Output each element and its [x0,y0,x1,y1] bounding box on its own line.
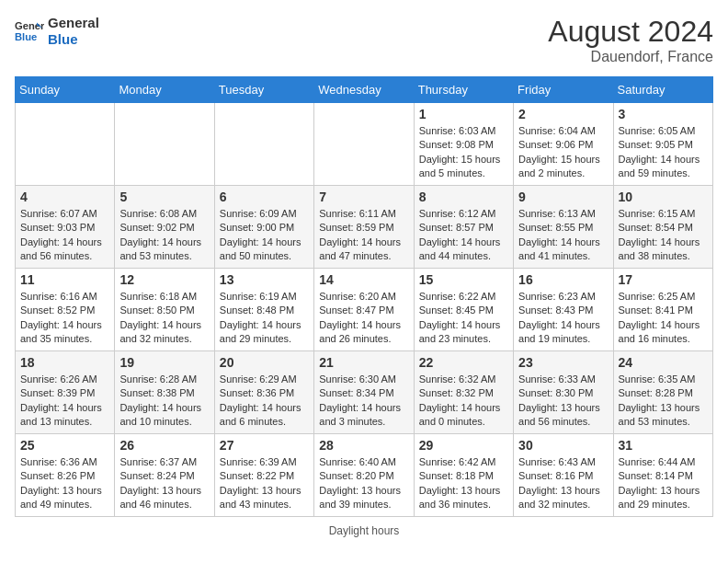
day-number: 30 [518,438,608,453]
day-number: 12 [119,272,209,287]
day-cell: 10Sunrise: 6:15 AM Sunset: 8:54 PM Dayli… [613,186,712,269]
day-info: Sunrise: 6:37 AM Sunset: 8:24 PM Dayligh… [119,455,209,512]
day-cell: 22Sunrise: 6:32 AM Sunset: 8:32 PM Dayli… [414,351,513,434]
day-number: 31 [619,438,708,453]
day-cell: 1Sunrise: 6:03 AM Sunset: 9:08 PM Daylig… [414,103,513,186]
day-cell: 3Sunrise: 6:05 AM Sunset: 9:05 PM Daylig… [613,103,712,186]
svg-text:Blue: Blue [15,31,37,42]
logo-blue: Blue [48,31,99,48]
day-info: Sunrise: 6:12 AM Sunset: 8:57 PM Dayligh… [419,207,508,264]
day-cell: 17Sunrise: 6:25 AM Sunset: 8:41 PM Dayli… [613,269,712,351]
day-cell: 27Sunrise: 6:39 AM Sunset: 8:22 PM Dayli… [214,434,313,517]
day-number: 1 [419,107,508,121]
day-number: 5 [119,190,209,204]
day-info: Sunrise: 6:09 AM Sunset: 9:00 PM Dayligh… [220,207,309,264]
logo-general: General [48,15,99,31]
day-info: Sunrise: 6:32 AM Sunset: 8:32 PM Dayligh… [419,373,508,430]
day-info: Sunrise: 6:22 AM Sunset: 8:45 PM Dayligh… [419,290,508,347]
day-header-tuesday: Tuesday [214,77,313,103]
day-number: 15 [419,272,508,287]
day-header-monday: Monday [115,77,214,103]
day-cell [16,103,115,186]
day-cell: 7Sunrise: 6:11 AM Sunset: 8:59 PM Daylig… [314,186,414,269]
day-cell: 9Sunrise: 6:13 AM Sunset: 8:55 PM Daylig… [514,186,613,269]
day-info: Sunrise: 6:11 AM Sunset: 8:59 PM Dayligh… [319,207,408,264]
day-cell: 29Sunrise: 6:42 AM Sunset: 8:18 PM Dayli… [414,434,513,517]
location: Dauendorf, France [548,49,713,65]
day-number: 21 [319,355,408,370]
day-cell [314,103,414,186]
week-row-4: 18Sunrise: 6:26 AM Sunset: 8:39 PM Dayli… [16,351,713,434]
logo: General Blue General Blue [15,15,99,48]
day-number: 8 [419,190,508,204]
day-cell: 19Sunrise: 6:28 AM Sunset: 8:38 PM Dayli… [115,351,214,434]
day-cell: 20Sunrise: 6:29 AM Sunset: 8:36 PM Dayli… [214,351,313,434]
title-area: August 2024 Dauendorf, France [548,15,713,65]
month-year: August 2024 [548,15,713,49]
day-number: 11 [20,272,109,287]
day-cell: 15Sunrise: 6:22 AM Sunset: 8:45 PM Dayli… [414,269,513,351]
day-cell: 24Sunrise: 6:35 AM Sunset: 8:28 PM Dayli… [613,351,712,434]
day-cell [115,103,214,186]
day-number: 4 [20,190,109,204]
day-cell: 6Sunrise: 6:09 AM Sunset: 9:00 PM Daylig… [214,186,313,269]
day-info: Sunrise: 6:44 AM Sunset: 8:14 PM Dayligh… [619,455,708,512]
day-cell: 8Sunrise: 6:12 AM Sunset: 8:57 PM Daylig… [414,186,513,269]
day-cell: 18Sunrise: 6:26 AM Sunset: 8:39 PM Dayli… [16,351,115,434]
day-cell: 25Sunrise: 6:36 AM Sunset: 8:26 PM Dayli… [16,434,115,517]
day-number: 19 [119,355,209,370]
day-number: 13 [220,272,309,287]
week-row-3: 11Sunrise: 6:16 AM Sunset: 8:52 PM Dayli… [16,269,713,351]
day-number: 7 [319,190,408,204]
header: General Blue General Blue August 2024 Da… [15,15,713,65]
day-number: 18 [20,355,109,370]
day-cell: 12Sunrise: 6:18 AM Sunset: 8:50 PM Dayli… [115,269,214,351]
day-cell: 16Sunrise: 6:23 AM Sunset: 8:43 PM Dayli… [514,269,613,351]
day-info: Sunrise: 6:05 AM Sunset: 9:05 PM Dayligh… [619,124,708,181]
day-info: Sunrise: 6:08 AM Sunset: 9:02 PM Dayligh… [119,207,209,264]
day-header-row: SundayMondayTuesdayWednesdayThursdayFrid… [16,77,713,103]
day-cell: 11Sunrise: 6:16 AM Sunset: 8:52 PM Dayli… [16,269,115,351]
day-info: Sunrise: 6:26 AM Sunset: 8:39 PM Dayligh… [20,373,109,430]
day-info: Sunrise: 6:42 AM Sunset: 8:18 PM Dayligh… [419,455,508,512]
day-info: Sunrise: 6:43 AM Sunset: 8:16 PM Dayligh… [518,455,608,512]
day-number: 29 [419,438,508,453]
day-header-saturday: Saturday [613,77,712,103]
day-number: 22 [419,355,508,370]
day-cell: 31Sunrise: 6:44 AM Sunset: 8:14 PM Dayli… [613,434,712,517]
day-number: 2 [518,107,608,121]
day-info: Sunrise: 6:35 AM Sunset: 8:28 PM Dayligh… [619,373,708,430]
day-number: 24 [619,355,708,370]
calendar-table: SundayMondayTuesdayWednesdayThursdayFrid… [15,76,713,517]
week-row-1: 1Sunrise: 6:03 AM Sunset: 9:08 PM Daylig… [16,103,713,186]
day-number: 27 [220,438,309,453]
day-cell: 30Sunrise: 6:43 AM Sunset: 8:16 PM Dayli… [514,434,613,517]
day-number: 10 [619,190,708,204]
day-number: 3 [619,107,708,121]
day-info: Sunrise: 6:36 AM Sunset: 8:26 PM Dayligh… [20,455,109,512]
day-info: Sunrise: 6:25 AM Sunset: 8:41 PM Dayligh… [619,290,708,347]
day-cell: 2Sunrise: 6:04 AM Sunset: 9:06 PM Daylig… [514,103,613,186]
day-cell: 5Sunrise: 6:08 AM Sunset: 9:02 PM Daylig… [115,186,214,269]
day-info: Sunrise: 6:15 AM Sunset: 8:54 PM Dayligh… [619,207,708,264]
day-cell: 23Sunrise: 6:33 AM Sunset: 8:30 PM Dayli… [514,351,613,434]
day-info: Sunrise: 6:16 AM Sunset: 8:52 PM Dayligh… [20,290,109,347]
day-number: 14 [319,272,408,287]
day-info: Sunrise: 6:28 AM Sunset: 8:38 PM Dayligh… [119,373,209,430]
day-number: 28 [319,438,408,453]
day-info: Sunrise: 6:13 AM Sunset: 8:55 PM Dayligh… [518,207,608,264]
day-info: Sunrise: 6:23 AM Sunset: 8:43 PM Dayligh… [518,290,608,347]
day-number: 25 [20,438,109,453]
day-info: Sunrise: 6:33 AM Sunset: 8:30 PM Dayligh… [518,373,608,430]
day-info: Sunrise: 6:18 AM Sunset: 8:50 PM Dayligh… [119,290,209,347]
day-header-thursday: Thursday [414,77,513,103]
day-cell [214,103,313,186]
day-info: Sunrise: 6:19 AM Sunset: 8:48 PM Dayligh… [220,290,309,347]
week-row-2: 4Sunrise: 6:07 AM Sunset: 9:03 PM Daylig… [16,186,713,269]
day-number: 6 [220,190,309,204]
day-number: 26 [119,438,209,453]
day-info: Sunrise: 6:39 AM Sunset: 8:22 PM Dayligh… [220,455,309,512]
day-cell: 13Sunrise: 6:19 AM Sunset: 8:48 PM Dayli… [214,269,313,351]
day-cell: 4Sunrise: 6:07 AM Sunset: 9:03 PM Daylig… [16,186,115,269]
day-cell: 26Sunrise: 6:37 AM Sunset: 8:24 PM Dayli… [115,434,214,517]
